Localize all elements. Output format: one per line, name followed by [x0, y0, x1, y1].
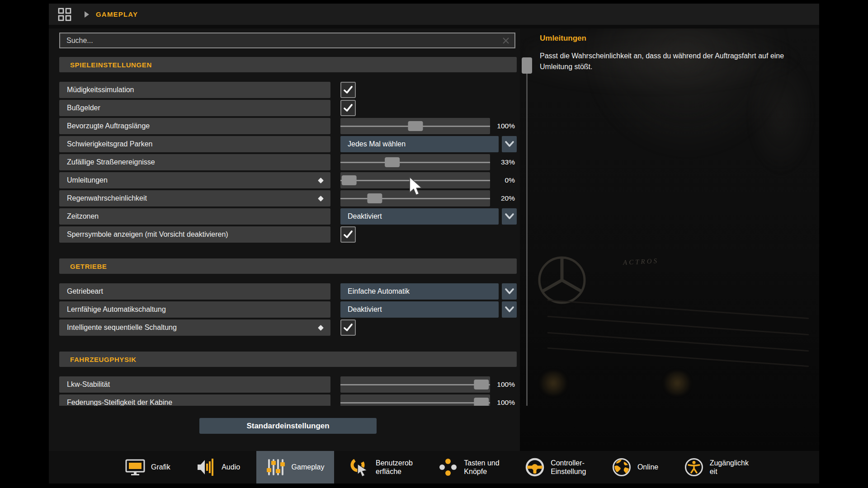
tab-zugaenglichkeit[interactable]: Zugänglichk eit — [675, 451, 758, 483]
setting-label-box: Regenwahrscheinlichkeit — [59, 190, 330, 206]
setting-label: Bevorzugte Auftragslänge — [67, 122, 150, 130]
setting-label-box: Sperrsymbole anzeigen (mit Vorsicht deak… — [59, 226, 330, 243]
dropdown-value: Einfache Automatik — [348, 287, 410, 296]
dropdown-chevron-button[interactable] — [502, 208, 517, 225]
section-header: GETRIEBE — [59, 258, 517, 274]
slider-thumb[interactable] — [385, 157, 400, 167]
checkbox[interactable] — [340, 319, 356, 336]
clear-search-icon[interactable] — [502, 37, 510, 45]
dropdown[interactable]: Jedes Mal wählen — [340, 136, 499, 152]
accessibility-icon — [684, 457, 704, 477]
breadcrumb-arrow-icon — [84, 11, 90, 18]
setting-control — [340, 226, 517, 243]
tab-online[interactable]: Online — [602, 451, 668, 483]
slider[interactable] — [340, 394, 490, 406]
setting-label-box: Müdigkeitssimulation — [59, 82, 330, 98]
setting-control: Deaktiviert — [340, 208, 517, 225]
settings-row: Federungs-Steifigkeit der Kabine100% — [59, 394, 517, 406]
setting-label: Federungs-Steifigkeit der Kabine — [67, 399, 172, 406]
truck-photo-backdrop: ACTROS — [520, 28, 819, 451]
grille-line — [547, 316, 809, 335]
slider-thumb[interactable] — [408, 121, 423, 131]
setting-control: 100% — [340, 394, 517, 406]
checkbox[interactable] — [340, 226, 356, 243]
advanced-diamond-icon — [318, 196, 324, 202]
tab-benutzeroberflaeche[interactable]: Benutzerob erfläche — [340, 451, 422, 483]
slider-value: 33% — [501, 154, 515, 170]
tab-grafik[interactable]: Grafik — [116, 451, 180, 483]
dropdown-value: Deaktiviert — [348, 212, 382, 221]
dropdown-chevron-button[interactable] — [502, 283, 517, 300]
slider-value: 100% — [497, 376, 515, 393]
settings-content: ACTROS SPIELEINSTELLUNGENMüdigkeitssimul… — [49, 25, 819, 451]
tab-label: Audio — [222, 463, 240, 471]
settings-row: Bevorzugte Auftragslänge100% — [59, 118, 517, 134]
setting-label-box: Bußgelder — [59, 100, 330, 116]
setting-label-box: Lkw-Stabilität — [59, 376, 330, 393]
setting-label: Regenwahrscheinlichkeit — [67, 194, 147, 202]
settings-list: SPIELEINSTELLUNGENMüdigkeitssimulationBu… — [59, 57, 517, 406]
slider[interactable] — [340, 154, 490, 170]
dropdown[interactable]: Deaktiviert — [340, 208, 499, 225]
settings-row: Sperrsymbole anzeigen (mit Vorsicht deak… — [59, 226, 517, 243]
tab-tasten-und-knoepfe[interactable]: Tasten und Knöpfe — [429, 451, 509, 483]
info-title: Umleitungen — [540, 34, 811, 43]
setting-control: Deaktiviert — [340, 301, 517, 318]
slider-track — [340, 162, 490, 163]
setting-label-box: Bevorzugte Auftragslänge — [59, 118, 330, 134]
buttons-dpad-icon — [438, 458, 458, 476]
dropdown[interactable]: Deaktiviert — [340, 301, 499, 318]
setting-label: Lernfähige Automatikschaltung — [67, 305, 166, 314]
tab-label: Online — [637, 463, 658, 471]
info-description: Passt die Wahrscheinlichkeit an, dass du… — [540, 51, 804, 72]
dropdown-value: Deaktiviert — [348, 305, 382, 314]
setting-label-box: Umleitungen — [59, 172, 330, 188]
settings-row: Intelligente sequentielle Schaltung — [59, 319, 517, 336]
tab-label: Zugänglichk eit — [710, 459, 749, 476]
globe-icon — [612, 457, 632, 477]
setting-label-box: Federungs-Steifigkeit der Kabine — [59, 394, 330, 406]
section-title: FAHRZEUGPHYSIK — [70, 356, 137, 363]
setting-control: 100% — [340, 118, 517, 134]
tab-label: Benutzerob erfläche — [376, 459, 413, 476]
tab-audio[interactable]: Audio — [186, 451, 250, 483]
tab-label: Controller- Einstellung — [551, 459, 586, 476]
headlight-glow — [661, 371, 693, 395]
setting-label: Umleitungen — [67, 176, 108, 184]
slider-thumb[interactable] — [474, 380, 489, 389]
tab-label: Tasten und Knöpfe — [464, 459, 499, 476]
advanced-diamond-icon — [318, 178, 324, 183]
monitor-icon — [125, 458, 145, 476]
settings-row: Bußgelder — [59, 100, 517, 116]
checkbox[interactable] — [340, 82, 356, 98]
dropdown-chevron-button[interactable] — [502, 136, 517, 152]
search-input[interactable] — [60, 37, 502, 45]
slider-thumb[interactable] — [474, 398, 489, 406]
settings-row: Lkw-Stabilität100% — [59, 376, 517, 393]
setting-control — [340, 100, 517, 116]
setting-control — [340, 82, 517, 98]
slider-value: 100% — [497, 394, 515, 406]
checkbox[interactable] — [340, 100, 356, 116]
dropdown-chevron-button[interactable] — [502, 301, 517, 318]
scrollbar-track[interactable] — [526, 57, 528, 406]
defaults-button[interactable]: Standardeinstellungen — [199, 418, 377, 434]
screen: GAMEPLAY ACTROS — [0, 0, 868, 488]
dropdown[interactable]: Einfache Automatik — [340, 283, 499, 300]
setting-label: Schwierigkeitsgrad Parken — [67, 140, 152, 148]
slider[interactable] — [340, 118, 490, 134]
slider-thumb[interactable] — [342, 175, 357, 185]
grille-line — [547, 332, 809, 352]
slider[interactable] — [340, 376, 490, 393]
slider-thumb[interactable] — [368, 193, 382, 203]
setting-info-panel: Umleitungen Passt die Wahrscheinlichkeit… — [540, 34, 811, 72]
tab-label: Grafik — [151, 463, 170, 471]
menu-grid-button[interactable] — [57, 7, 72, 22]
slider-track — [340, 384, 490, 385]
tab-gameplay[interactable]: Gameplay — [256, 451, 334, 483]
settings-row: Müdigkeitssimulation — [59, 82, 517, 98]
setting-label: Lkw-Stabilität — [67, 380, 110, 389]
setting-control: Einfache Automatik — [340, 283, 517, 300]
scrollbar-thumb[interactable] — [522, 57, 532, 74]
tab-controller-einstellung[interactable]: Controller- Einstellung — [515, 451, 595, 483]
